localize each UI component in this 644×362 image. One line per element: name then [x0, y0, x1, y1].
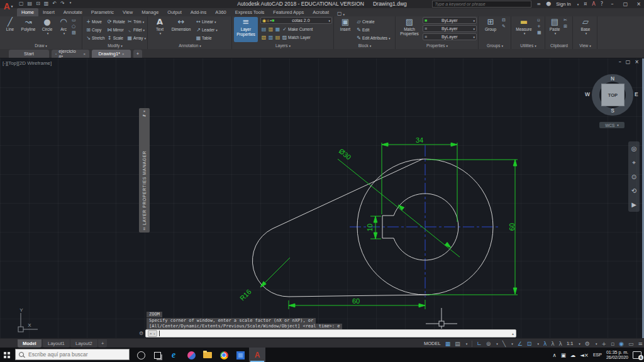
command-input-bar[interactable]: >▾ ▴ — [145, 329, 516, 337]
taskbar-search-input[interactable] — [27, 351, 124, 358]
object-snap-tracking-icon[interactable]: ∠ — [518, 341, 523, 347]
polar-dropdown-icon[interactable]: ▾ — [496, 342, 498, 346]
drawing-canvas[interactable]: 34 60 60 — [0, 58, 644, 338]
tab-acrobat[interactable]: Acrobat — [308, 8, 333, 16]
osnap-dropdown-icon[interactable]: ▾ — [537, 342, 539, 346]
grid-toggle-icon[interactable]: ▦ — [445, 341, 451, 347]
edge-button[interactable]: e — [166, 349, 181, 361]
clean-screen-icon[interactable]: ▭ — [628, 341, 634, 347]
save-icon[interactable]: ⊡ — [36, 1, 40, 6]
doc-close-icon[interactable]: × — [635, 59, 639, 65]
language-indicator[interactable]: ESP — [593, 353, 602, 357]
tab-a360[interactable]: A360 — [211, 8, 231, 16]
panel-label-properties[interactable]: Properties▾ — [396, 43, 478, 49]
customization-menu-icon[interactable]: ≡ — [638, 341, 643, 347]
annotation-scale-value[interactable]: 1:1 — [567, 341, 573, 346]
panel-label-annotation[interactable]: Annotation▾ — [148, 43, 231, 49]
edit-block-button[interactable]: ✎Edit — [355, 26, 391, 34]
dimension-34[interactable]: 34 — [382, 136, 457, 222]
layer-properties-manager-palette[interactable]: × ⇆ LAYER PROPERTIES MANAGER ≡ — [139, 108, 150, 233]
tangent-line-top[interactable] — [272, 159, 423, 229]
copy-button[interactable]: ⊞Copy — [85, 26, 106, 34]
autocad-logo-menu[interactable]: A▾ — [2, 0, 14, 13]
autocad-taskbar-button[interactable]: A — [249, 348, 265, 362]
mirror-button[interactable]: ⋈Mirror — [106, 26, 126, 34]
text-button[interactable]: AText▾ — [152, 17, 167, 36]
palette-properties-icon[interactable]: ≡ — [143, 227, 146, 231]
snap-dropdown-icon[interactable]: ▾ — [466, 342, 468, 346]
snap-toggle-icon[interactable]: ▤ — [455, 341, 460, 347]
chrome-button[interactable] — [216, 349, 231, 361]
layout1-tab[interactable]: Layout1 — [43, 339, 70, 348]
cortana-button[interactable] — [133, 349, 148, 361]
measure-button[interactable]: ▬Measure▾ — [513, 17, 535, 36]
quick-select-icon[interactable]: ▫ — [537, 18, 541, 23]
task-view-button[interactable] — [150, 349, 165, 361]
infocenter-search-input[interactable] — [432, 1, 531, 8]
blue-app-button[interactable] — [233, 349, 248, 361]
scale-button[interactable]: ↕Scale — [106, 34, 126, 42]
stretch-button[interactable]: ↘Stretch — [85, 34, 106, 42]
linear-button[interactable]: ↔Linear▾ — [195, 18, 218, 26]
isometric-drafting-icon[interactable]: ╲ — [502, 341, 506, 347]
object-snap-icon[interactable]: ⊡ — [527, 341, 532, 347]
annotation-visibility-icon[interactable]: λ — [543, 341, 547, 347]
ungroup-icon[interactable]: ⊟ — [502, 18, 506, 23]
move-button[interactable]: +Move — [85, 18, 106, 26]
hatch-icon[interactable]: ▨ — [72, 30, 76, 35]
qat-dropdown-icon[interactable]: ▾ — [70, 1, 72, 6]
match-layer-button[interactable]: ▧ ▥ ▤ ▨ Match Layer — [260, 33, 332, 41]
tab-output[interactable]: Output — [163, 8, 186, 16]
close-tab-icon[interactable]: × — [122, 52, 125, 56]
doc-minimize-icon[interactable]: – — [619, 59, 621, 65]
new-drawing-tab-button[interactable]: + — [133, 50, 142, 58]
print-icon[interactable]: ▥ — [44, 1, 49, 6]
tangent-line-bottom[interactable] — [289, 295, 430, 297]
sign-in-dropdown-icon[interactable]: ▾ — [577, 3, 579, 6]
paint-app-button[interactable] — [184, 349, 199, 361]
dimension-60-bottom[interactable]: 60 — [289, 297, 425, 309]
model-tab[interactable]: Model — [18, 339, 42, 348]
create-block-button[interactable]: ▱Create — [355, 18, 391, 26]
model-space-indicator[interactable]: MODEL — [424, 341, 441, 346]
zoom-extents-icon[interactable]: ⊙ — [631, 173, 636, 180]
tab-insert[interactable]: Insert — [38, 8, 59, 16]
drawing-geometry[interactable]: 34 60 60 — [0, 58, 644, 339]
file-explorer-button[interactable] — [200, 349, 215, 361]
workspace-switching-icon[interactable]: ⚙ — [585, 341, 590, 347]
arc-button[interactable]: ◠Arc▾ — [57, 17, 70, 36]
dimension-r16[interactable]: R16 — [238, 258, 290, 302]
line-button[interactable]: ╱Line — [3, 17, 18, 31]
circle-button[interactable]: ●Circle▾ — [39, 17, 55, 36]
tab-featured-apps[interactable]: Featured Apps — [269, 8, 308, 16]
id-point-icon[interactable]: + — [537, 24, 541, 29]
volume-muted-icon[interactable]: ◄× — [580, 352, 589, 358]
annotation-scale-icon[interactable]: λ — [559, 341, 562, 347]
array-button[interactable]: ▦Array▾ — [126, 34, 147, 42]
hardware-acceleration-icon[interactable]: ◉ — [619, 341, 624, 347]
tab-home[interactable]: Home — [17, 8, 38, 16]
action-center-button[interactable]: 6 — [633, 351, 641, 359]
maximize-button[interactable]: ▢ — [621, 1, 630, 7]
undo-icon[interactable]: ↶ — [52, 1, 57, 6]
ucs-icon[interactable]: Y X — [18, 307, 38, 332]
ortho-toggle-icon[interactable]: ∟ — [477, 341, 482, 347]
iso-dropdown-icon[interactable]: ▾ — [511, 342, 513, 346]
new-icon[interactable]: ▢ — [19, 1, 24, 6]
viewcube-south[interactable]: S — [592, 107, 633, 114]
tab-manage[interactable]: Manage — [137, 8, 163, 16]
pan-icon[interactable]: ⌖ — [632, 159, 636, 167]
command-history-up-icon[interactable]: ▴ — [512, 331, 514, 336]
quick-properties-icon[interactable]: ▫ — [611, 341, 614, 347]
palette-close-icon[interactable]: × — [143, 109, 146, 114]
edit-attributes-button[interactable]: ✎Edit Attributes▾ — [355, 34, 391, 42]
group-button[interactable]: ⊞Group — [482, 17, 499, 31]
redo-icon[interactable]: ↷ — [60, 1, 65, 6]
layer-tool-icon-6[interactable]: ▤ — [274, 35, 281, 40]
layer-properties-button[interactable]: ≡ LayerProperties — [234, 17, 258, 42]
tab-view[interactable]: View — [118, 8, 137, 16]
palette-autohide-icon[interactable]: ⇆ — [143, 114, 146, 118]
linetype-select[interactable]: ≡ByLayer▾ — [423, 33, 477, 40]
dimension-button[interactable]: ↔Dimension — [170, 17, 192, 31]
object-color-select[interactable]: ■ByLayer▾ — [423, 17, 477, 24]
